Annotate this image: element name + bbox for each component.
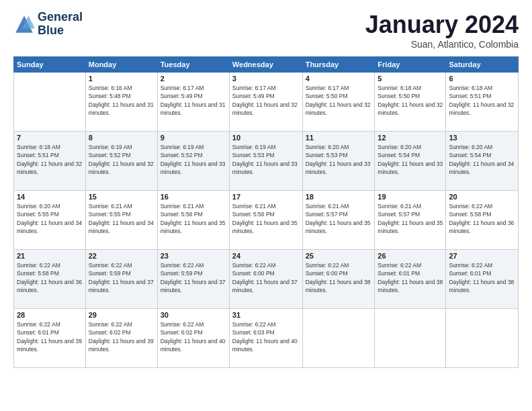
col-header-saturday: Saturday bbox=[446, 57, 519, 73]
day-cell: 7Sunrise: 6:18 AMSunset: 5:51 PMDaylight… bbox=[14, 132, 86, 191]
day-number: 6 bbox=[449, 75, 515, 83]
calendar-table: SundayMondayTuesdayWednesdayThursdayFrid… bbox=[13, 56, 519, 368]
day-detail: Sunrise: 6:21 AMSunset: 5:56 PMDaylight:… bbox=[161, 202, 226, 235]
page: General Blue January 2024 Suan, Atlantic… bbox=[0, 0, 532, 411]
day-detail: Sunrise: 6:21 AMSunset: 5:55 PMDaylight:… bbox=[89, 202, 154, 235]
day-number: 9 bbox=[161, 134, 226, 142]
day-cell: 17Sunrise: 6:21 AMSunset: 5:56 PMDayligh… bbox=[229, 191, 302, 250]
week-row-4: 21Sunrise: 6:22 AMSunset: 5:58 PMDayligh… bbox=[14, 250, 519, 309]
day-detail: Sunrise: 6:22 AMSunset: 6:01 PMDaylight:… bbox=[17, 320, 83, 353]
day-number: 12 bbox=[378, 134, 443, 142]
day-cell: 3Sunrise: 6:17 AMSunset: 5:49 PMDaylight… bbox=[229, 73, 302, 132]
day-number: 14 bbox=[17, 193, 83, 201]
day-cell: 2Sunrise: 6:17 AMSunset: 5:49 PMDaylight… bbox=[157, 73, 229, 132]
general-blue-icon bbox=[13, 13, 35, 35]
day-cell bbox=[446, 309, 519, 368]
title-area: January 2024 Suan, Atlantico, Colombia bbox=[365, 11, 519, 50]
header-row: SundayMondayTuesdayWednesdayThursdayFrid… bbox=[14, 57, 519, 73]
col-header-thursday: Thursday bbox=[302, 57, 375, 73]
day-number: 31 bbox=[232, 311, 300, 319]
day-number: 10 bbox=[232, 134, 300, 142]
day-detail: Sunrise: 6:22 AMSunset: 6:01 PMDaylight:… bbox=[378, 261, 443, 294]
day-cell bbox=[302, 309, 375, 368]
day-number: 22 bbox=[89, 252, 154, 260]
day-detail: Sunrise: 6:20 AMSunset: 5:54 PMDaylight:… bbox=[449, 143, 515, 176]
day-cell: 1Sunrise: 6:16 AMSunset: 5:48 PMDaylight… bbox=[85, 73, 157, 132]
day-number: 24 bbox=[232, 252, 300, 260]
day-number: 21 bbox=[17, 252, 83, 260]
day-cell: 18Sunrise: 6:21 AMSunset: 5:57 PMDayligh… bbox=[302, 191, 375, 250]
day-number: 15 bbox=[89, 193, 154, 201]
day-number: 7 bbox=[17, 134, 83, 142]
day-cell: 21Sunrise: 6:22 AMSunset: 5:58 PMDayligh… bbox=[14, 250, 86, 309]
day-detail: Sunrise: 6:22 AMSunset: 6:03 PMDaylight:… bbox=[232, 320, 300, 353]
day-detail: Sunrise: 6:21 AMSunset: 5:56 PMDaylight:… bbox=[232, 202, 300, 235]
week-row-1: 1Sunrise: 6:16 AMSunset: 5:48 PMDaylight… bbox=[14, 73, 519, 132]
day-detail: Sunrise: 6:20 AMSunset: 5:54 PMDaylight:… bbox=[378, 143, 443, 176]
day-detail: Sunrise: 6:20 AMSunset: 5:55 PMDaylight:… bbox=[17, 202, 83, 235]
col-header-tuesday: Tuesday bbox=[157, 57, 229, 73]
day-detail: Sunrise: 6:19 AMSunset: 5:53 PMDaylight:… bbox=[232, 143, 300, 176]
day-detail: Sunrise: 6:22 AMSunset: 5:59 PMDaylight:… bbox=[89, 261, 154, 294]
day-detail: Sunrise: 6:22 AMSunset: 6:00 PMDaylight:… bbox=[306, 261, 372, 294]
day-number: 11 bbox=[306, 134, 372, 142]
day-number: 2 bbox=[161, 75, 226, 83]
day-cell: 15Sunrise: 6:21 AMSunset: 5:55 PMDayligh… bbox=[85, 191, 157, 250]
day-number: 19 bbox=[378, 193, 443, 201]
day-number: 26 bbox=[378, 252, 443, 260]
day-number: 3 bbox=[232, 75, 300, 83]
day-cell: 19Sunrise: 6:21 AMSunset: 5:57 PMDayligh… bbox=[375, 191, 446, 250]
day-cell: 4Sunrise: 6:17 AMSunset: 5:50 PMDaylight… bbox=[302, 73, 375, 132]
day-cell: 8Sunrise: 6:19 AMSunset: 5:52 PMDaylight… bbox=[85, 132, 157, 191]
day-cell: 27Sunrise: 6:22 AMSunset: 6:01 PMDayligh… bbox=[446, 250, 519, 309]
day-cell: 10Sunrise: 6:19 AMSunset: 5:53 PMDayligh… bbox=[229, 132, 302, 191]
day-detail: Sunrise: 6:19 AMSunset: 5:52 PMDaylight:… bbox=[161, 143, 226, 176]
day-cell: 23Sunrise: 6:22 AMSunset: 5:59 PMDayligh… bbox=[157, 250, 229, 309]
day-detail: Sunrise: 6:18 AMSunset: 5:51 PMDaylight:… bbox=[449, 84, 515, 117]
day-number: 8 bbox=[89, 134, 154, 142]
day-number: 18 bbox=[306, 193, 372, 201]
day-cell: 31Sunrise: 6:22 AMSunset: 6:03 PMDayligh… bbox=[229, 309, 302, 368]
day-detail: Sunrise: 6:22 AMSunset: 6:00 PMDaylight:… bbox=[232, 261, 300, 294]
day-cell: 29Sunrise: 6:22 AMSunset: 6:02 PMDayligh… bbox=[85, 309, 157, 368]
day-detail: Sunrise: 6:22 AMSunset: 5:59 PMDaylight:… bbox=[161, 261, 226, 294]
day-cell: 25Sunrise: 6:22 AMSunset: 6:00 PMDayligh… bbox=[302, 250, 375, 309]
day-detail: Sunrise: 6:21 AMSunset: 5:57 PMDaylight:… bbox=[306, 202, 372, 235]
col-header-wednesday: Wednesday bbox=[229, 57, 302, 73]
day-number: 17 bbox=[232, 193, 300, 201]
week-row-2: 7Sunrise: 6:18 AMSunset: 5:51 PMDaylight… bbox=[14, 132, 519, 191]
day-number: 28 bbox=[17, 311, 83, 319]
header: General Blue January 2024 Suan, Atlantic… bbox=[13, 11, 519, 50]
day-cell: 16Sunrise: 6:21 AMSunset: 5:56 PMDayligh… bbox=[157, 191, 229, 250]
day-cell: 28Sunrise: 6:22 AMSunset: 6:01 PMDayligh… bbox=[14, 309, 86, 368]
day-detail: Sunrise: 6:22 AMSunset: 6:01 PMDaylight:… bbox=[449, 261, 515, 294]
day-cell: 26Sunrise: 6:22 AMSunset: 6:01 PMDayligh… bbox=[375, 250, 446, 309]
day-cell bbox=[375, 309, 446, 368]
col-header-sunday: Sunday bbox=[14, 57, 86, 73]
day-number: 29 bbox=[89, 311, 154, 319]
day-number: 20 bbox=[449, 193, 515, 201]
logo: General Blue bbox=[13, 11, 83, 38]
week-row-3: 14Sunrise: 6:20 AMSunset: 5:55 PMDayligh… bbox=[14, 191, 519, 250]
day-cell: 22Sunrise: 6:22 AMSunset: 5:59 PMDayligh… bbox=[85, 250, 157, 309]
location-subtitle: Suan, Atlantico, Colombia bbox=[365, 39, 519, 50]
day-cell: 13Sunrise: 6:20 AMSunset: 5:54 PMDayligh… bbox=[446, 132, 519, 191]
day-cell: 14Sunrise: 6:20 AMSunset: 5:55 PMDayligh… bbox=[14, 191, 86, 250]
day-detail: Sunrise: 6:18 AMSunset: 5:51 PMDaylight:… bbox=[17, 143, 83, 176]
day-detail: Sunrise: 6:21 AMSunset: 5:57 PMDaylight:… bbox=[378, 202, 443, 235]
day-number: 16 bbox=[161, 193, 226, 201]
day-number: 23 bbox=[161, 252, 226, 260]
day-detail: Sunrise: 6:19 AMSunset: 5:52 PMDaylight:… bbox=[89, 143, 154, 176]
week-row-5: 28Sunrise: 6:22 AMSunset: 6:01 PMDayligh… bbox=[14, 309, 519, 368]
day-cell bbox=[14, 73, 86, 132]
col-header-friday: Friday bbox=[375, 57, 446, 73]
day-detail: Sunrise: 6:17 AMSunset: 5:50 PMDaylight:… bbox=[306, 84, 372, 117]
day-detail: Sunrise: 6:22 AMSunset: 5:58 PMDaylight:… bbox=[449, 202, 515, 235]
day-cell: 20Sunrise: 6:22 AMSunset: 5:58 PMDayligh… bbox=[446, 191, 519, 250]
day-cell: 9Sunrise: 6:19 AMSunset: 5:52 PMDaylight… bbox=[157, 132, 229, 191]
day-detail: Sunrise: 6:17 AMSunset: 5:49 PMDaylight:… bbox=[232, 84, 300, 117]
day-cell: 11Sunrise: 6:20 AMSunset: 5:53 PMDayligh… bbox=[302, 132, 375, 191]
day-number: 25 bbox=[306, 252, 372, 260]
day-detail: Sunrise: 6:20 AMSunset: 5:53 PMDaylight:… bbox=[306, 143, 372, 176]
day-cell: 6Sunrise: 6:18 AMSunset: 5:51 PMDaylight… bbox=[446, 73, 519, 132]
